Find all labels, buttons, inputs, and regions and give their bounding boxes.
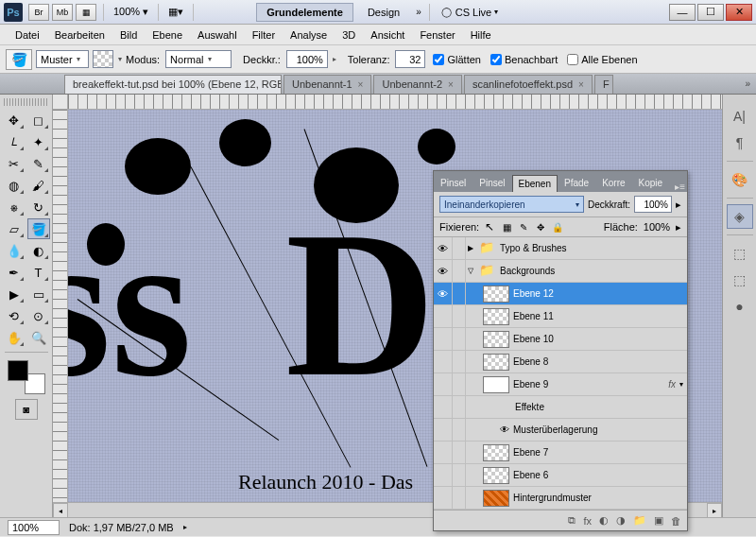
zoom-level[interactable]: 100% ▾ — [113, 6, 148, 18]
lock-all-icon[interactable]: 🔒 — [551, 220, 564, 234]
layer-row[interactable]: Hintergrundmuster — [434, 487, 687, 510]
panel-menu-icon[interactable]: ▸≡ — [669, 182, 691, 192]
swatches-panel-icon[interactable]: 🎨 — [727, 167, 753, 192]
cslive-button[interactable]: CS Live — [441, 7, 499, 18]
panel-tab[interactable]: Pfade — [558, 174, 595, 192]
bucket-tool[interactable]: 🪣 — [27, 218, 50, 239]
fx-icon[interactable]: fx — [583, 515, 592, 527]
doctab[interactable]: Unbenannt-2× — [373, 75, 461, 94]
close-icon[interactable]: × — [448, 79, 454, 90]
view-extras[interactable]: ▦▾ — [168, 6, 183, 18]
menu-3d[interactable]: 3D — [335, 26, 363, 43]
workspace-more[interactable]: » — [416, 7, 421, 17]
layer-row[interactable]: Ebene 7 — [434, 442, 687, 464]
layer-row[interactable]: Ebene 8 — [434, 351, 687, 373]
menu-auswahl[interactable]: Auswahl — [190, 26, 245, 43]
ruler-vertical[interactable] — [53, 110, 68, 502]
character-panel-icon[interactable]: A| — [727, 104, 753, 129]
blend-mode-select[interactable]: Normal — [165, 50, 232, 68]
opacity-input[interactable]: 100% — [286, 50, 328, 68]
lock-pixels-icon[interactable]: ✎ — [517, 220, 530, 234]
new-layer-icon[interactable]: ▣ — [654, 514, 663, 527]
panel-tab-ebenen[interactable]: Ebenen — [512, 175, 558, 192]
stamp-tool[interactable]: ⎈ — [3, 197, 26, 217]
ruler-horizontal[interactable] — [53, 95, 722, 110]
color-swatches[interactable] — [8, 360, 45, 394]
panel-tab[interactable]: Kopie — [632, 174, 670, 192]
lock-transparency-icon[interactable]: ▦ — [500, 220, 513, 234]
3d-camera-tool[interactable]: ⊙ — [27, 305, 50, 326]
status-zoom[interactable]: 100% — [8, 520, 60, 535]
shape-tool[interactable]: ▭ — [27, 284, 50, 304]
layer-row[interactable]: 👁Musterüberlagerung — [434, 419, 687, 442]
fill-mode-select[interactable]: Muster — [36, 50, 89, 68]
close-button[interactable]: ✕ — [726, 4, 752, 21]
mask-icon[interactable]: ◐ — [599, 514, 609, 527]
layer-row[interactable]: 👁▽📁Backgrounds — [434, 260, 687, 283]
eyedropper-tool[interactable]: ✎ — [27, 153, 50, 174]
crop-tool[interactable]: ✂ — [3, 153, 26, 174]
move-tool[interactable]: ✥ — [3, 110, 26, 130]
current-tool-icon[interactable]: 🪣 — [6, 49, 32, 70]
fg-color[interactable] — [8, 360, 28, 381]
pen-tool[interactable]: ✒ — [3, 262, 26, 283]
quickmask-button[interactable]: ◙ — [15, 399, 38, 420]
glatten-checkbox[interactable]: Glätten — [433, 54, 480, 65]
workspace-grundelemente[interactable]: Grundelemente — [256, 3, 353, 22]
layer-list[interactable]: 👁▶📁Typo & Brushes👁▽📁Backgrounds👁Ebene 12… — [434, 237, 687, 510]
3d-tool[interactable]: ⟲ — [3, 305, 26, 326]
menu-fenster[interactable]: Fenster — [412, 26, 462, 43]
heal-tool[interactable]: ◍ — [3, 175, 26, 196]
path-select-tool[interactable]: ▶ — [3, 284, 26, 304]
menu-hilfe[interactable]: Hilfe — [463, 26, 499, 43]
layer-row[interactable]: Ebene 10 — [434, 328, 687, 351]
lock-position-icon[interactable]: ✥ — [534, 220, 547, 234]
panel-tab[interactable]: Pinsel — [434, 174, 472, 192]
layer-opacity-input[interactable]: 100% — [634, 196, 672, 213]
panel-tab[interactable]: Pinsel — [472, 174, 511, 192]
menu-ansicht[interactable]: Ansicht — [363, 26, 412, 43]
zoom-tool[interactable]: 🔍 — [27, 327, 50, 348]
type-tool[interactable]: T — [27, 262, 50, 283]
delete-layer-icon[interactable]: 🗑 — [671, 515, 681, 527]
minibridge-button[interactable]: Mb — [52, 4, 73, 21]
menu-bild[interactable]: Bild — [112, 26, 145, 43]
bridge-button[interactable]: Br — [28, 4, 49, 21]
layers-dock-icon[interactable]: ◈ — [727, 204, 753, 229]
layer-blend-select[interactable]: Ineinanderkopieren — [439, 196, 584, 213]
pattern-swatch[interactable] — [93, 50, 113, 68]
new-group-icon[interactable]: 📁 — [633, 514, 646, 527]
brush-tool[interactable]: 🖌 — [27, 175, 50, 196]
doctab[interactable]: F — [594, 75, 613, 94]
alle-ebenen-checkbox[interactable]: Alle Ebenen — [567, 54, 637, 65]
menu-datei[interactable]: Datei — [8, 26, 47, 43]
adjustment-icon[interactable]: ◑ — [616, 514, 626, 527]
paths-panel-icon[interactable]: ⬚ — [727, 268, 753, 292]
arrange-button[interactable]: ▦ — [76, 4, 96, 21]
close-icon[interactable]: × — [358, 79, 364, 90]
workspace-design[interactable]: Design — [357, 3, 410, 22]
benachbart-checkbox[interactable]: Benachbart — [490, 54, 558, 65]
menu-analyse[interactable]: Analyse — [283, 26, 335, 43]
dodge-tool[interactable]: ◐ — [27, 240, 50, 261]
menu-filter[interactable]: Filter — [245, 26, 283, 43]
hand-tool[interactable]: ✋ — [3, 327, 26, 348]
layer-fill-input[interactable]: 100% — [644, 221, 670, 233]
layer-row[interactable]: 👁Ebene 12 — [434, 283, 687, 305]
menu-bearbeiten[interactable]: Bearbeiten — [47, 26, 112, 43]
layer-row[interactable]: Ebene 11 — [434, 305, 687, 328]
maximize-button[interactable]: ☐ — [697, 4, 724, 21]
toolbox-grip[interactable] — [4, 98, 49, 106]
doctab-active[interactable]: breakeffekt-tut.psd bei 100% (Ebene 12, … — [64, 75, 282, 94]
blur-tool[interactable]: 💧 — [3, 240, 26, 261]
history-brush-tool[interactable]: ↻ — [27, 197, 50, 217]
layer-row[interactable]: Ebene 6 — [434, 464, 687, 487]
link-layers-icon[interactable]: ⧉ — [568, 514, 576, 527]
paragraph-panel-icon[interactable]: ¶ — [727, 130, 753, 155]
tabs-overflow[interactable]: » — [739, 78, 756, 89]
lasso-tool[interactable]: 𝘓 — [3, 131, 26, 152]
channels-panel-icon[interactable]: ⬚ — [727, 241, 753, 266]
color-panel-icon[interactable]: ● — [727, 294, 753, 319]
marquee-tool[interactable]: ◻ — [27, 110, 50, 130]
menu-ebene[interactable]: Ebene — [145, 26, 190, 43]
